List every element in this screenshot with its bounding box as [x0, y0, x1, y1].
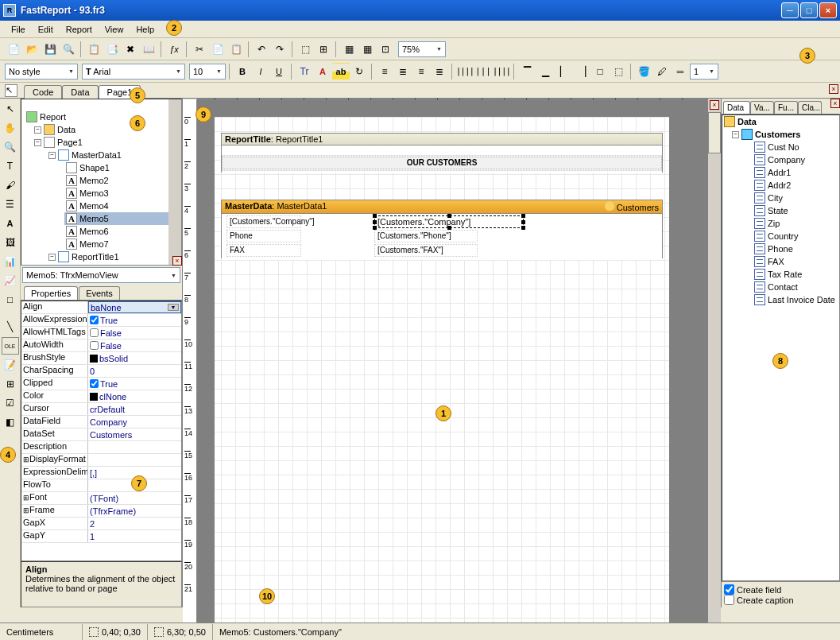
- field-city[interactable]: City: [753, 192, 839, 204]
- cross-tool-icon[interactable]: ⊞: [2, 375, 19, 393]
- tree-scrollbar[interactable]: [168, 99, 181, 265]
- prop-description[interactable]: Description: [21, 441, 181, 454]
- rptab-variables[interactable]: Va...: [750, 101, 774, 114]
- titlebar[interactable]: R FastReport - 93.fr3 ─ □ ×: [0, 0, 840, 21]
- underline-icon[interactable]: U: [270, 63, 288, 80]
- fill-icon[interactable]: 🪣: [635, 63, 652, 80]
- text-tool-icon[interactable]: T: [2, 157, 19, 175]
- cut-icon[interactable]: ✂: [191, 41, 208, 58]
- hand-tool-icon[interactable]: ✋: [2, 119, 19, 137]
- rptab-functions[interactable]: Fu...: [774, 101, 798, 114]
- obj-memo-fax-label[interactable]: FAX: [226, 244, 301, 257]
- tab-events[interactable]: Events: [79, 286, 120, 300]
- barcode3-icon[interactable]: ||||: [493, 63, 510, 80]
- format-tool-icon[interactable]: 🖌: [2, 176, 19, 194]
- ole-tool-icon[interactable]: OLE: [2, 337, 19, 355]
- frame-none-icon[interactable]: ⬚: [610, 63, 627, 80]
- ungroup-icon[interactable]: ⊞: [315, 41, 332, 58]
- prop-allowhtmltags[interactable]: AllowHTMLTagsFalse: [21, 327, 181, 339]
- field-cust-no[interactable]: Cust No: [753, 141, 839, 153]
- open-icon[interactable]: 📂: [23, 41, 41, 58]
- field-contact[interactable]: Contact: [753, 281, 839, 293]
- rotation-icon[interactable]: ↻: [350, 63, 368, 80]
- shape-tool-icon[interactable]: □: [2, 291, 19, 308]
- prop-align[interactable]: AlignbaNone▼: [21, 301, 181, 314]
- menu-help[interactable]: Help: [130, 23, 161, 36]
- obj-memo-fax-field[interactable]: [Customers."FAX"]: [374, 244, 478, 257]
- undo-icon[interactable]: ↶: [253, 41, 270, 58]
- tab-code[interactable]: Code: [24, 85, 62, 99]
- fit-icon[interactable]: ⊡: [377, 41, 394, 58]
- prop-flowto[interactable]: FlowTo: [21, 479, 181, 492]
- line-style-icon[interactable]: ═: [672, 63, 689, 80]
- tree-root[interactable]: Report: [25, 111, 178, 123]
- menu-edit[interactable]: Edit: [32, 23, 60, 36]
- maximize-button[interactable]: □: [800, 2, 818, 18]
- highlight-icon[interactable]: ab: [332, 63, 350, 80]
- menu-file[interactable]: File: [5, 23, 32, 36]
- font-settings-icon[interactable]: Tr: [296, 63, 313, 80]
- handle-e[interactable]: [521, 220, 525, 224]
- obj-memo-phone-field[interactable]: [Customers."Phone"]: [374, 230, 478, 242]
- prop-clipped[interactable]: ClippedTrue: [21, 378, 181, 390]
- paste-icon[interactable]: 📋: [227, 41, 245, 58]
- handle-n[interactable]: [447, 214, 451, 218]
- page-settings-icon[interactable]: 📖: [140, 41, 157, 58]
- frame-right-icon[interactable]: ▕: [573, 63, 590, 80]
- band-tool-icon[interactable]: ☰: [2, 196, 19, 213]
- fx-icon[interactable]: ƒx: [165, 41, 183, 58]
- dt-root[interactable]: Data: [722, 115, 839, 128]
- handle-nw[interactable]: [373, 214, 377, 218]
- gradient-tool-icon[interactable]: ◧: [2, 413, 19, 431]
- report-tree[interactable]: × Report −Data −Page1 −MasterData1 Shape…: [21, 99, 182, 266]
- tabstrip-close-icon[interactable]: ×: [829, 84, 838, 94]
- new-icon[interactable]: 📄: [5, 41, 22, 58]
- line-color-icon[interactable]: 🖊: [653, 63, 671, 80]
- picture-tool-icon[interactable]: 🖼: [2, 234, 19, 251]
- dt-dataset[interactable]: −Customers: [730, 128, 839, 141]
- field-state[interactable]: State: [753, 204, 839, 217]
- field-fax[interactable]: FAX: [753, 255, 839, 268]
- data-tree[interactable]: Data −Customers Cust NoCompanyAddr1Addr2…: [722, 114, 840, 581]
- object-combo[interactable]: Memo5: TfrxMemoView▼: [22, 267, 180, 283]
- handle-se[interactable]: [521, 226, 525, 230]
- prop-displayformat[interactable]: ⊞DisplayFormat: [21, 454, 181, 467]
- inspector-close-icon[interactable]: ×: [172, 256, 182, 266]
- field-phone[interactable]: Phone: [753, 242, 839, 255]
- datapanel-close-icon[interactable]: ×: [830, 99, 840, 108]
- menu-report[interactable]: Report: [60, 23, 99, 36]
- bold-icon[interactable]: B: [234, 63, 251, 80]
- field-tax-rate[interactable]: Tax Rate: [753, 268, 839, 281]
- band-masterdata[interactable]: MasterData: MasterData1 Customers [Custo…: [221, 200, 663, 258]
- field-addr1[interactable]: Addr1: [753, 166, 839, 179]
- prop-expressiondelimiters[interactable]: ExpressionDelimiters[,]: [21, 467, 181, 479]
- frame-all-icon[interactable]: □: [591, 63, 609, 80]
- align-right-icon[interactable]: ≡: [412, 63, 430, 80]
- group-icon[interactable]: ⬚: [296, 41, 314, 58]
- prop-frame[interactable]: ⊞Frame(TfrxFrame): [21, 505, 181, 518]
- memo-tool-icon[interactable]: A: [2, 215, 19, 232]
- prop-color[interactable]: ColorclNone: [21, 390, 181, 403]
- frame-left-icon[interactable]: ▏: [555, 63, 572, 80]
- frame-top-icon[interactable]: ▔: [518, 63, 536, 80]
- font-combo[interactable]: T Arial▼: [82, 64, 185, 80]
- vertical-ruler[interactable]: 0123456789101112131415161718192021: [183, 99, 197, 640]
- tab-data[interactable]: Data: [62, 85, 98, 99]
- align-left-icon[interactable]: ≡: [376, 63, 393, 80]
- tree-shape1[interactable]: Shape1: [64, 161, 178, 174]
- zoom-tool-icon[interactable]: 🔍: [2, 138, 19, 156]
- rptab-data[interactable]: Data: [723, 101, 750, 114]
- rich-tool-icon[interactable]: 📝: [2, 356, 19, 374]
- obj-memo-company-label[interactable]: [Customers."Company"]: [226, 215, 301, 228]
- prop-brushstyle[interactable]: BrushStylebsSolid: [21, 352, 181, 365]
- barcode1-icon[interactable]: ||||: [456, 63, 474, 80]
- barcode2-icon[interactable]: |||: [474, 63, 492, 80]
- prop-dataset[interactable]: DataSetCustomers: [21, 429, 181, 441]
- tree-memo5[interactable]: AMemo5: [64, 212, 178, 225]
- prop-gapy[interactable]: GapY1: [21, 530, 181, 543]
- chk-create-caption[interactable]: Create caption: [724, 595, 838, 605]
- selector-icon[interactable]: ↖: [5, 84, 17, 97]
- page2-icon[interactable]: 📑: [103, 41, 121, 58]
- rptab-classes[interactable]: Cla...: [798, 101, 822, 114]
- report-page[interactable]: ReportTitle: ReportTitle1 OUR CUSTOMERS …: [215, 117, 669, 640]
